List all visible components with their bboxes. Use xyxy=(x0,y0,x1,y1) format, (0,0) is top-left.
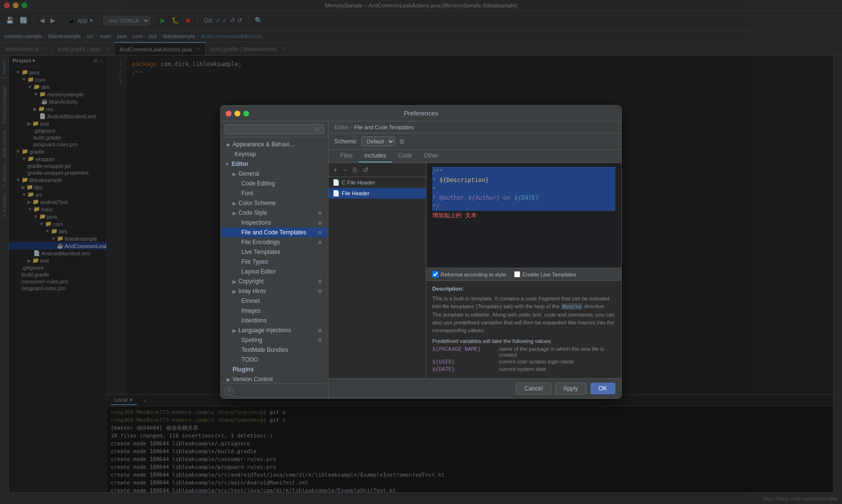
nav-arrow-icon: ▶ xyxy=(233,328,236,333)
nav-file-types[interactable]: File Types xyxy=(221,257,328,267)
template-code-line-3: * xyxy=(432,184,615,193)
scheme-bar: Scheme: Default ⚙ xyxy=(328,134,621,150)
gear-icon: ⚙ xyxy=(318,328,322,333)
template-options-bar: Reformat according to style Enable Live … xyxy=(426,268,621,280)
nav-label: Spelling xyxy=(241,337,262,344)
nav-todo[interactable]: TODO xyxy=(221,355,328,365)
live-templates-checkbox-label[interactable]: Enable Live Templates xyxy=(514,271,576,277)
dialog-search-area: ⌘F xyxy=(221,121,328,137)
var-desc-date: current system date xyxy=(499,366,546,372)
nav-arrow-icon: ▶ xyxy=(227,142,231,147)
dialog-bc-current: File and Code Templates xyxy=(354,124,413,130)
nav-arrow-icon: ▶ xyxy=(233,279,236,284)
tab-other[interactable]: Other xyxy=(418,150,444,162)
scheme-selector[interactable]: Default xyxy=(361,137,395,146)
description-body: This is a built-in template. It contains… xyxy=(432,295,615,334)
help-icon[interactable]: ? xyxy=(225,387,234,395)
var-row-date: ${DATE} current system date xyxy=(432,366,615,372)
vars-title: Predefined variables will take the follo… xyxy=(432,338,615,344)
file-template-icon: 📄 xyxy=(332,190,340,197)
nav-arrow-icon: ▶ xyxy=(227,377,231,382)
apply-button[interactable]: Apply xyxy=(555,383,586,394)
template-list: 📄 C File Header 📄 File Header xyxy=(328,177,426,378)
nav-color-scheme[interactable]: ▶ Color Scheme xyxy=(221,198,328,208)
remove-template-btn[interactable]: − xyxy=(341,165,349,175)
search-shortcut-hint: ⌘F xyxy=(313,127,321,132)
nav-label: Layout Editor xyxy=(241,268,276,275)
tab-includes[interactable]: Includes xyxy=(358,150,392,162)
dialog-right-panel: Editor › File and Code Templates Scheme:… xyxy=(328,121,621,398)
var-desc-user: current user system login name xyxy=(499,359,574,365)
nav-inspections[interactable]: Inspections ⚙ xyxy=(221,218,328,228)
scheme-label: Scheme: xyxy=(334,138,357,145)
gear-icon: ⚙ xyxy=(318,279,322,284)
live-templates-label: Enable Live Templates xyxy=(522,272,576,277)
nav-emmet[interactable]: Emmet xyxy=(221,296,328,306)
tab-code[interactable]: Code xyxy=(392,150,418,162)
template-code-line-2: * ${Description} xyxy=(432,176,615,184)
template-item-file-header[interactable]: 📄 File Header xyxy=(328,188,426,199)
dialog-nav-list: ▶ Appearance & Behavi... Keymap ▼ Editor… xyxy=(221,137,328,383)
nav-font[interactable]: Font xyxy=(221,188,328,198)
gear-icon: ⚙ xyxy=(318,220,322,226)
nav-code-style[interactable]: ▶ Code Style ⚙ xyxy=(221,208,328,218)
reset-template-btn[interactable]: ↺ xyxy=(361,165,371,175)
nav-file-code-templates[interactable]: File and Code Templates ⚙ xyxy=(221,228,328,237)
nav-keymap[interactable]: Keymap xyxy=(221,149,328,159)
dialog-bc-editor: Editor xyxy=(334,124,349,130)
nav-textmate[interactable]: TextMate Bundles xyxy=(221,345,328,355)
reformat-checkbox[interactable] xyxy=(432,271,439,277)
nav-label: Keymap xyxy=(234,151,256,158)
var-row-user: ${USER} current user system login name xyxy=(432,359,615,365)
template-code-editor[interactable]: /** * ${Description} * * @author ${Autho… xyxy=(426,163,621,268)
nav-code-editing[interactable]: Code Editing xyxy=(221,179,328,188)
nav-label: Images xyxy=(241,307,260,314)
template-code-line-1: /** xyxy=(432,167,615,176)
nav-appearance[interactable]: ▶ Appearance & Behavi... xyxy=(221,139,328,149)
dialog-footer: Cancel Apply OK xyxy=(328,378,621,398)
ok-button[interactable]: OK xyxy=(590,383,615,394)
nav-version-control[interactable]: ▶ Version Control xyxy=(221,374,328,383)
nav-label: Color Scheme xyxy=(238,200,276,206)
scheme-gear-btn[interactable]: ⚙ xyxy=(399,138,405,145)
nav-images[interactable]: Images xyxy=(221,306,328,316)
dialog-minimize-btn[interactable] xyxy=(234,111,240,116)
description-vars: Predefined variables will take the follo… xyxy=(432,338,615,372)
var-name-package: ${PACKAGE_NAME} xyxy=(432,346,491,358)
reformat-checkbox-label[interactable]: Reformat according to style xyxy=(432,271,506,277)
add-template-btn[interactable]: + xyxy=(331,165,339,175)
nav-live-templates[interactable]: Live Templates xyxy=(221,247,328,257)
template-tabs: Files Includes Code Other xyxy=(328,150,621,163)
dialog-traffic-lights xyxy=(226,111,249,116)
gear-icon: ⚙ xyxy=(318,240,322,245)
template-editor-panel: /** * ${Description} * * @author ${Autho… xyxy=(426,163,621,378)
description-title: Description: xyxy=(432,286,615,292)
template-item-c-file-header[interactable]: 📄 C File Header xyxy=(328,177,426,188)
copy-template-btn[interactable]: ⎘ xyxy=(351,165,359,175)
nav-file-encodings[interactable]: File Encodings ⚙ xyxy=(221,237,328,247)
template-main-content: + − ⎘ ↺ 📄 C File Header 📄 xyxy=(328,163,621,378)
nav-intentions[interactable]: Intentions xyxy=(221,316,328,325)
dialog-search-input[interactable] xyxy=(225,124,324,134)
nav-label: Code Style xyxy=(238,209,267,216)
nav-label: Inspections xyxy=(241,219,271,226)
dialog-close-btn[interactable] xyxy=(226,111,232,116)
nav-editor-group[interactable]: ▼ Editor xyxy=(221,159,328,169)
live-templates-checkbox[interactable] xyxy=(514,271,520,277)
nav-label: TextMate Bundles xyxy=(241,346,288,353)
nav-inlay-hints[interactable]: ▶ Inlay Hints ⚙ xyxy=(221,286,328,296)
nav-layout-editor[interactable]: Layout Editor xyxy=(221,267,328,276)
nav-copyright[interactable]: ▶ Copyright ⚙ xyxy=(221,276,328,286)
nav-spelling[interactable]: Spelling ⚙ xyxy=(221,335,328,345)
gear-icon: ⚙ xyxy=(318,289,322,294)
var-desc-package: name of the package in which the new fil… xyxy=(499,346,615,358)
cancel-button[interactable]: Cancel xyxy=(516,383,551,394)
dialog-expand-btn[interactable] xyxy=(243,111,249,116)
template-item-label: C File Header xyxy=(342,180,375,185)
nav-plugins[interactable]: Plugins xyxy=(221,365,328,374)
template-list-toolbar: + − ⎘ ↺ xyxy=(328,163,426,177)
tab-files[interactable]: Files xyxy=(334,150,358,162)
nav-language-injections[interactable]: ▶ Language Injections ⚙ xyxy=(221,325,328,335)
template-code-line-4: * @author ${Author} on ${DATE} xyxy=(432,193,615,202)
nav-general[interactable]: ▶ General xyxy=(221,169,328,179)
